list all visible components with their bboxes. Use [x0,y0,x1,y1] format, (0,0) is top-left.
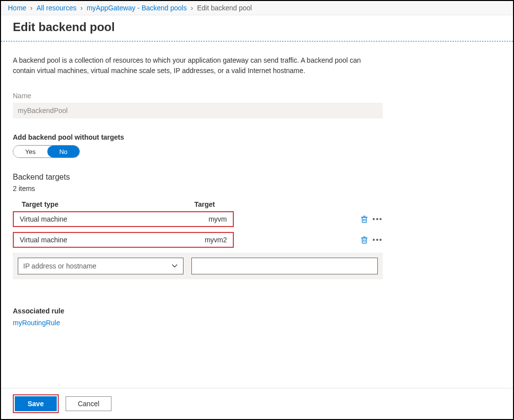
more-icon[interactable]: ••• [372,236,383,244]
cancel-button[interactable]: Cancel [66,396,112,411]
breadcrumb-link-all-resources[interactable]: All resources [37,4,76,12]
breadcrumb-link-home[interactable]: Home [8,4,26,12]
target-type-dropdown[interactable]: IP address or hostname [18,258,184,274]
associated-rule-link[interactable]: myRoutingRule [13,319,60,327]
page-description: A backend pool is a collection of resour… [13,55,378,76]
name-input[interactable] [13,103,383,118]
target-type-value: Virtual machine [20,215,186,223]
breadcrumb-current: Edit backend pool [197,4,252,12]
target-type-dropdown-value: IP address or hostname [23,262,96,270]
delete-icon[interactable] [360,215,368,224]
svg-rect-1 [363,238,367,243]
footer: Save Cancel [1,388,513,419]
chevron-right-icon: › [80,4,83,12]
column-header-target-type: Target type [22,200,194,208]
associated-rule-heading: Associated rule [13,307,501,315]
page-title: Edit backend pool [1,15,513,41]
toggle-yes[interactable]: Yes [13,146,47,157]
target-value-input[interactable] [191,258,378,274]
column-header-target: Target [194,200,374,208]
breadcrumb-link-app-gateway[interactable]: myAppGateway - Backend pools [87,4,187,12]
name-label: Name [13,92,501,100]
without-targets-label: Add backend pool without targets [13,133,501,141]
target-row: Virtual machine myvm [13,211,234,227]
breadcrumb: Home › All resources › myAppGateway - Ba… [1,1,513,15]
without-targets-toggle[interactable]: Yes No [13,145,80,158]
chevron-right-icon: › [30,4,33,12]
target-value: myvm2 [186,236,227,244]
target-value: myvm [186,215,227,223]
target-row: Virtual machine myvm2 [13,232,234,248]
save-button[interactable]: Save [15,396,57,411]
new-target-row: IP address or hostname [13,253,383,279]
toggle-no[interactable]: No [47,146,79,157]
chevron-down-icon [171,262,178,270]
svg-rect-0 [363,217,367,223]
delete-icon[interactable] [360,236,368,244]
more-icon[interactable]: ••• [372,215,383,223]
chevron-right-icon: › [191,4,193,12]
target-type-value: Virtual machine [20,236,186,244]
backend-targets-count: 2 items [13,185,501,192]
backend-targets-heading: Backend targets [13,173,501,182]
